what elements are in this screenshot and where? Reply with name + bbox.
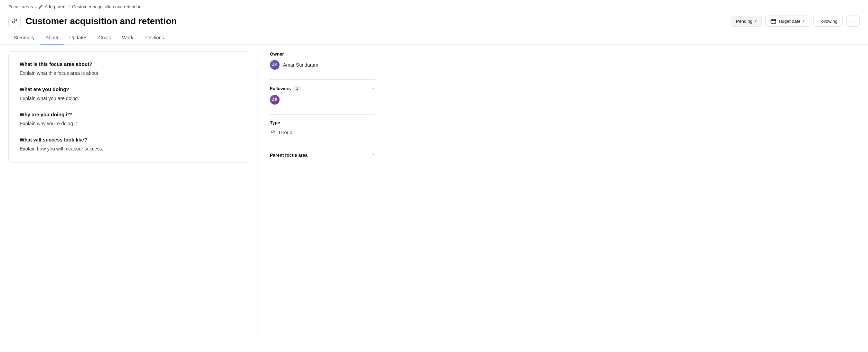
group-type-icon [270, 129, 276, 136]
breadcrumb-add-parent[interactable]: Add parent [38, 4, 67, 9]
follower-row[interactable]: AS [270, 95, 375, 105]
tabs-bar: Summary About Updates Goals Work Positio… [0, 31, 868, 45]
separator-3 [270, 146, 375, 146]
sidebar-owner-section: Owner AS Amar Sundaram [270, 51, 375, 70]
focus-area-icon [8, 15, 21, 27]
about-section-3: Why are you doing it? Explain why you're… [20, 112, 239, 127]
breadcrumb: Focus areas / Add parent / Customer acqu… [0, 0, 868, 13]
header-actions: Pending ▾ Target date ▾ Following ··· [731, 16, 860, 27]
owner-name: Amar Sundaram [283, 62, 318, 68]
followers-count-badge: 1 [294, 86, 301, 91]
main-layout: What is this focus area about? Explain w… [0, 45, 868, 341]
tab-goals[interactable]: Goals [93, 31, 117, 45]
separator-1 [270, 79, 375, 80]
tab-updates[interactable]: Updates [64, 31, 93, 45]
follower-avatar: AS [270, 95, 280, 105]
page-title: Customer acquisition and retention [26, 16, 177, 27]
breadcrumb-sep-2: / [69, 4, 70, 9]
pending-button[interactable]: Pending ▾ [731, 16, 762, 27]
about-section-2: What are you doing? Explain what you are… [20, 87, 239, 102]
add-parent-focus-area-button[interactable]: + [371, 152, 375, 158]
about-question-1: What is this focus area about? [20, 61, 239, 67]
sidebar-parent-section: Parent focus area + [270, 152, 375, 158]
separator-2 [270, 114, 375, 115]
sidebar-followers-label: Followers 1 + [270, 85, 375, 91]
header-left: Customer acquisition and retention [8, 15, 177, 27]
page-header: Customer acquisition and retention Pendi… [0, 13, 868, 31]
link-icon [11, 17, 18, 25]
sidebar-owner-label: Owner [270, 51, 375, 57]
type-value: Group [279, 130, 292, 135]
breadcrumb-current: Customer acquisition and retention [72, 4, 141, 9]
svg-rect-0 [771, 19, 776, 23]
tab-positions[interactable]: Positions [139, 31, 170, 45]
sidebar-type-section: Type Group [270, 120, 375, 136]
about-answer-2: Explain what you are doing. [20, 95, 239, 102]
target-date-button[interactable]: Target date ▾ [765, 16, 810, 27]
about-answer-4: Explain how you will measure success. [20, 145, 239, 153]
about-question-3: Why are you doing it? [20, 112, 239, 117]
tab-work[interactable]: Work [116, 31, 139, 45]
about-card: What is this focus area about? Explain w… [8, 51, 250, 163]
following-button[interactable]: Following [813, 16, 843, 27]
add-follower-button[interactable]: + [371, 85, 375, 91]
about-section-1: What is this focus area about? Explain w… [20, 61, 239, 77]
tab-about[interactable]: About [40, 31, 64, 45]
about-answer-3: Explain why you're doing it. [20, 120, 239, 127]
tab-summary[interactable]: Summary [8, 31, 40, 45]
sidebar-type-label: Type [270, 120, 375, 125]
breadcrumb-focus-areas[interactable]: Focus areas [8, 4, 33, 9]
about-section-4: What will success look like? Explain how… [20, 137, 239, 153]
about-question-2: What are you doing? [20, 87, 239, 92]
chevron-down-icon: ▾ [755, 19, 757, 23]
chevron-down-icon-2: ▾ [803, 19, 805, 23]
calendar-icon [771, 18, 776, 24]
about-question-4: What will success look like? [20, 137, 239, 143]
owner-row[interactable]: AS Amar Sundaram [270, 60, 375, 70]
content-left: What is this focus area about? Explain w… [8, 51, 250, 334]
sidebar-parent-label: Parent focus area + [270, 152, 375, 158]
sidebar-followers-section: Followers 1 + AS [270, 85, 375, 105]
main-divider [257, 51, 257, 334]
edit-icon [38, 4, 43, 9]
breadcrumb-sep-1: / [35, 4, 37, 9]
followers-left: Followers 1 [270, 86, 301, 91]
type-row: Group [270, 129, 375, 136]
more-options-button[interactable]: ··· [846, 16, 860, 27]
owner-avatar: AS [270, 60, 280, 70]
content-right: Owner AS Amar Sundaram Followers 1 + AS [264, 51, 375, 334]
about-answer-1: Explain what this focus area is about. [20, 70, 239, 77]
